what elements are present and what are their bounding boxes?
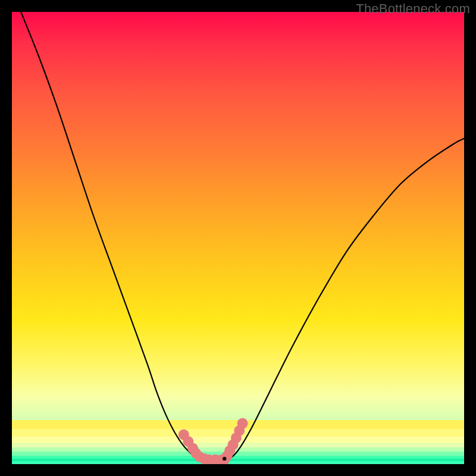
plot-frame [12, 12, 464, 464]
highlight-dot [237, 418, 248, 429]
curve-left-curve [21, 12, 199, 459]
plot-svg [12, 12, 464, 464]
curve-right-curve [229, 139, 464, 460]
minimum-marker-dot [223, 457, 226, 461]
watermark-text: TheBottleneck.com [356, 1, 470, 17]
